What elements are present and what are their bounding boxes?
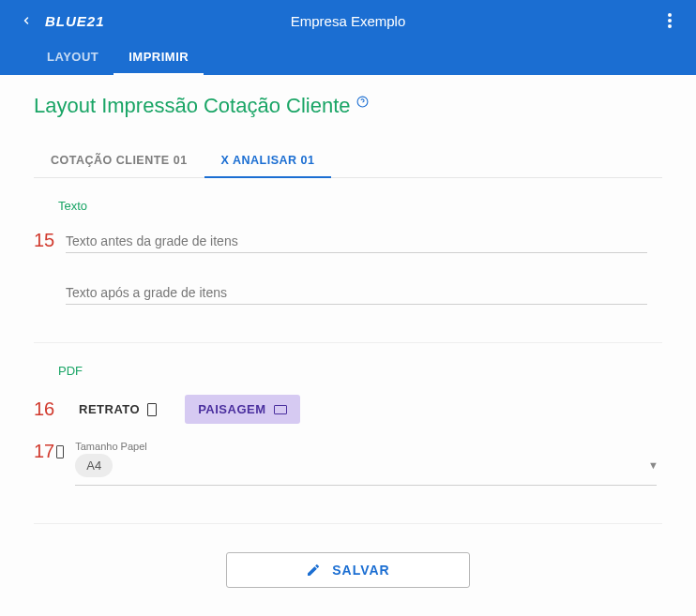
step-number-15: 15 bbox=[34, 230, 54, 251]
more-button[interactable] bbox=[658, 9, 681, 32]
app-bar-top: BLUE21 Empresa Exemplo bbox=[0, 0, 696, 41]
save-button[interactable]: SALVAR bbox=[226, 552, 470, 588]
row-texto: 15 bbox=[34, 230, 662, 305]
svg-point-2 bbox=[668, 24, 672, 28]
orientation-landscape-button[interactable]: PAISAGEM bbox=[185, 395, 299, 424]
step-number-17: 17 bbox=[34, 441, 64, 462]
texto-apos-input[interactable] bbox=[66, 281, 647, 305]
back-button[interactable] bbox=[15, 9, 38, 32]
subtab-cotacao-cliente-01[interactable]: COTAÇÃO CLIENTE 01 bbox=[34, 144, 204, 177]
more-vert-icon bbox=[668, 13, 672, 28]
content: Layout Impressão Cotação Cliente COTAÇÃO… bbox=[0, 75, 696, 607]
logo: BLUE21 bbox=[45, 13, 105, 29]
section-pdf: PDF 16 RETRATO PAISAGEM 17 T bbox=[34, 364, 662, 524]
step-number-16: 16 bbox=[34, 398, 54, 420]
orientation-portrait-label: RETRATO bbox=[79, 402, 140, 416]
paper-size-select[interactable]: Tamanho Papel A4 ▼ bbox=[75, 441, 662, 486]
app-bar: BLUE21 Empresa Exemplo LAYOUT IMPRIMIR bbox=[0, 0, 696, 75]
tab-imprimir[interactable]: IMPRIMIR bbox=[113, 41, 204, 75]
paper-rect-icon bbox=[56, 445, 64, 458]
paper-size-label: Tamanho Papel bbox=[75, 441, 657, 452]
svg-point-0 bbox=[668, 13, 672, 17]
chevron-down-icon: ▼ bbox=[648, 459, 658, 471]
page-title: Layout Impressão Cotação Cliente bbox=[34, 94, 351, 118]
save-wrap: SALVAR bbox=[34, 552, 662, 588]
orientation-portrait-button[interactable]: RETRATO bbox=[66, 395, 170, 424]
chevron-left-icon bbox=[21, 15, 32, 26]
tab-layout[interactable]: LAYOUT bbox=[32, 41, 113, 75]
portrait-icon bbox=[147, 403, 157, 416]
row-paper: 17 Tamanho Papel A4 ▼ bbox=[34, 441, 662, 486]
subtab-analisar-01[interactable]: X ANALISAR 01 bbox=[204, 144, 332, 178]
sub-tab-row: COTAÇÃO CLIENTE 01 X ANALISAR 01 bbox=[34, 144, 662, 178]
section-texto: Texto 15 bbox=[34, 199, 662, 343]
orientation-group: RETRATO PAISAGEM bbox=[66, 395, 300, 424]
top-tab-row: LAYOUT IMPRIMIR bbox=[0, 41, 696, 75]
section-texto-label: Texto bbox=[58, 199, 662, 213]
section-pdf-label: PDF bbox=[58, 364, 662, 378]
save-button-label: SALVAR bbox=[332, 563, 389, 578]
page-title-wrap: Layout Impressão Cotação Cliente bbox=[34, 94, 662, 118]
svg-point-1 bbox=[668, 19, 672, 23]
texto-antes-input[interactable] bbox=[66, 230, 647, 253]
landscape-icon bbox=[274, 405, 287, 414]
paper-size-value: A4 bbox=[75, 454, 113, 477]
help-icon[interactable] bbox=[356, 96, 369, 108]
texto-fields bbox=[66, 230, 662, 305]
pencil-icon bbox=[306, 563, 321, 578]
orientation-landscape-label: PAISAGEM bbox=[198, 402, 265, 416]
row-orientation: 16 RETRATO PAISAGEM bbox=[34, 395, 662, 424]
